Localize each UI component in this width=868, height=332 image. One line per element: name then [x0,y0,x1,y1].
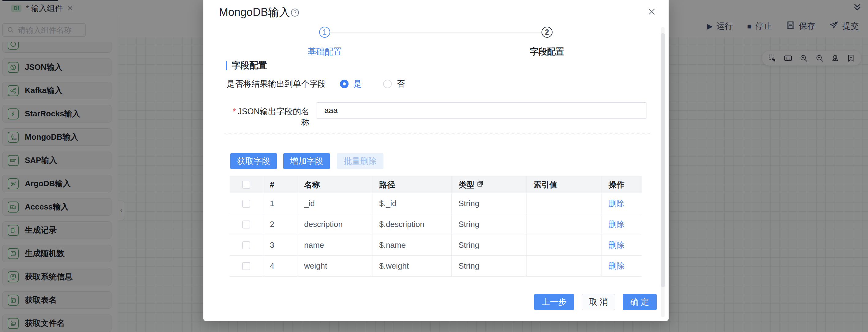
table-row: 1 _id $._id String 删除 [230,193,642,214]
section-accent-bar [226,61,227,70]
help-icon[interactable]: ? [291,8,299,17]
add-field-button[interactable]: 增加字段 [283,153,330,169]
table-header-row: # 名称 路径 类型 索引值 操作 [230,176,642,193]
row-checkbox[interactable] [242,220,250,229]
select-all-checkbox[interactable] [242,181,250,189]
row-checkbox[interactable] [242,241,250,249]
mongodb-input-modal: MongoDB输入 ? 1 2 基础配置 字段配置 字段配置 是否将结果输出到单… [204,0,669,321]
app-root: DI * 输入组件 ▶ 运行 ■ 停止 保存 [0,0,868,332]
json-field-input[interactable] [316,102,647,118]
batch-delete-button[interactable]: 批量删除 [337,153,383,169]
json-field-label: *JSON输出字段的名称 [227,106,309,128]
json-field-input-wrap [316,102,647,119]
radio-yes[interactable] [340,80,348,88]
batch-edit-type-icon[interactable] [476,180,484,190]
delete-row-link[interactable]: 删除 [609,240,624,250]
table-row: 3 name $.name String 删除 [230,235,642,256]
radio-yes-label[interactable]: 是 [353,79,362,89]
required-asterisk: * [232,107,236,116]
table-row: 2 description $.description String 删除 [230,214,642,235]
single-field-radio-group: 是否将结果输出到单个字段 是 否 [227,79,405,89]
single-field-question-label: 是否将结果输出到单个字段 [227,79,326,89]
previous-step-button[interactable]: 上一步 [534,294,574,310]
delete-row-link[interactable]: 删除 [609,261,624,271]
step-2-circle[interactable]: 2 [541,27,553,38]
table-row: 4 weight $.weight String 删除 [230,256,642,277]
row-checkbox[interactable] [242,200,250,208]
modal-close-icon[interactable] [646,6,657,17]
step-1-label: 基础配置 [291,46,358,58]
step-2-label: 字段配置 [513,46,581,58]
fields-table: # 名称 路径 类型 索引值 操作 1 _id $._ [230,176,642,277]
dotted-divider [224,133,650,134]
col-type: 类型 [452,176,527,193]
step-1-circle[interactable]: 1 [319,27,330,38]
row-checkbox[interactable] [242,262,250,270]
radio-no-label[interactable]: 否 [397,79,405,89]
cancel-button[interactable]: 取 消 [582,294,615,310]
modal-scrollbar-thumb[interactable] [661,33,664,287]
modal-scrollbar-track[interactable] [661,27,664,317]
fetch-fields-button[interactable]: 获取字段 [230,153,277,169]
radio-no[interactable] [383,80,392,88]
confirm-button[interactable]: 确 定 [623,294,657,310]
section-title: 字段配置 [231,59,267,72]
col-index-value: 索引值 [527,176,602,193]
delete-row-link[interactable]: 删除 [609,219,624,230]
delete-row-link[interactable]: 删除 [609,198,624,209]
col-path: 路径 [372,176,452,193]
step-connector [330,32,541,32]
col-name: 名称 [298,176,372,193]
section-header: 字段配置 [226,59,267,72]
col-index: # [263,176,298,193]
modal-title: MongoDB输入 [219,5,290,20]
col-action: 操作 [602,176,642,193]
